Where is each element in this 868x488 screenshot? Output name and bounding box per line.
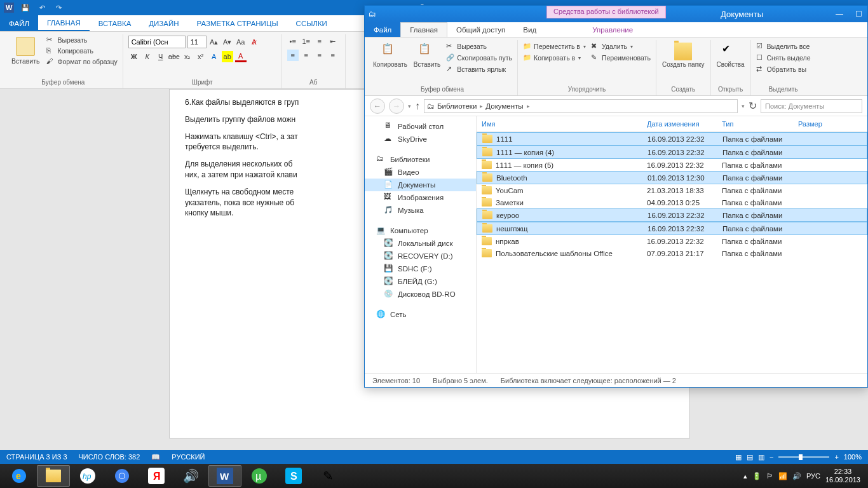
file-row[interactable]: Bluetooth01.09.2013 12:30Папка с файлами [477,171,867,184]
nav-video[interactable]: 🎬Видео [365,166,476,179]
underline-button[interactable]: Ч [155,51,166,62]
explorer-tab-share[interactable]: Общий доступ [447,22,514,37]
redo-icon[interactable]: ↷ [53,3,64,13]
tab-references[interactable]: ССЫЛКИ [287,15,336,31]
file-row[interactable]: YouCam21.03.2013 18:33Папка с файлами [477,184,867,196]
taskbar-utorrent[interactable]: µ [243,465,276,487]
nav-bdrom[interactable]: 💿Дисковод BD-RO [365,288,476,301]
nav-libraries[interactable]: 🗂Библиотеки [365,153,476,166]
search-input[interactable]: Поиск: Документы [761,99,862,113]
tab-design[interactable]: ДИЗАЙН [140,15,187,31]
align-right-button[interactable]: ≡ [314,50,325,61]
grow-font-button[interactable]: A▴ [208,36,220,48]
tab-page-layout[interactable]: РАЗМЕТКА СТРАНИЦЫ [188,15,287,31]
shrink-font-button[interactable]: A▾ [222,36,233,48]
explorer-tab-home[interactable]: Главная [400,22,447,37]
bold-button[interactable]: Ж [128,51,140,62]
copy-path-button[interactable]: 🔗Скопировать путь [445,53,513,63]
zoom-slider[interactable] [778,456,829,458]
forward-button[interactable]: → [389,98,404,114]
file-row[interactable]: 111116.09.2013 22:32Папка с файлами [477,132,867,146]
font-color-button[interactable]: A [235,51,247,62]
file-row[interactable]: нешгпжщ16.09.2013 22:32Папка с файлами [477,222,867,235]
status-proofing-icon[interactable]: 📖 [151,453,160,461]
maximize-button[interactable]: ☐ [850,8,867,20]
clear-format-button[interactable]: A̷ [248,36,260,48]
nav-documents[interactable]: 📄Документы [365,179,476,191]
taskbar-yandex[interactable]: Я [140,465,173,487]
status-word-count[interactable]: ЧИСЛО СЛОВ: 382 [79,453,140,461]
nav-desktop[interactable]: 🖥Рабочий стол [365,120,476,133]
new-folder-button[interactable]: Создать папку [660,41,707,69]
taskbar-chrome[interactable] [105,465,139,487]
tab-file[interactable]: ФАЙЛ [0,15,38,31]
taskbar-app[interactable]: ✎ [311,465,344,487]
delete-button[interactable]: ✖Удалить▾ [590,41,652,51]
explorer-tab-manage[interactable]: Управление [583,22,642,37]
superscript-button[interactable]: x² [195,51,207,62]
col-date-header[interactable]: Дата изменения [642,116,717,132]
invert-select-button[interactable]: ⇄Обратить вы [755,64,812,74]
move-to-button[interactable]: 📁Переместить в▾ [522,41,587,51]
nav-skydrive[interactable]: ☁SkyDrive [365,133,476,146]
align-center-button[interactable]: ≡ [301,50,312,61]
nav-images[interactable]: 🖼Изображения [365,191,476,204]
paste-shortcut-button[interactable]: ↗Вставить ярлык [445,64,513,74]
file-row[interactable]: 1111 — копия (4)16.09.2013 22:32Папка с … [477,146,867,159]
up-button[interactable]: ↑ [415,100,420,112]
tray-clock[interactable]: 22:33 16.09.2013 [825,468,860,484]
align-left-button[interactable]: ≡ [287,50,299,61]
tab-home[interactable]: ГЛАВНАЯ [38,15,90,31]
tray-volume-icon[interactable]: 🔊 [792,472,801,480]
explorer-titlebar[interactable]: 🗂 Средства работы с библиотекой Документ… [365,6,867,22]
paste-button[interactable]: Вставить [9,36,43,66]
minimize-button[interactable]: — [831,8,848,20]
col-type-header[interactable]: Тип [717,116,793,132]
properties-button[interactable]: ✔Свойства [715,41,747,69]
justify-button[interactable]: ≡ [327,50,339,61]
address-dropdown[interactable]: ▾ [742,103,745,109]
tray-action-center-icon[interactable]: 🏳 [766,472,773,480]
nav-music[interactable]: 🎵Музыка [365,204,476,217]
view-print-layout-icon[interactable]: ▦ [735,453,742,461]
copy-to-button[interactable]: 📁Копировать в▾ [522,53,587,63]
change-case-button[interactable]: Aa [235,36,247,48]
explorer-tab-view[interactable]: Вид [514,22,545,37]
tab-insert[interactable]: ВСТАВКА [90,15,140,31]
font-size-select[interactable] [187,36,207,48]
taskbar-audio[interactable]: 🔊 [174,465,207,487]
address-bar[interactable]: 🗂 Библиотеки Документы [424,99,738,113]
col-name-header[interactable]: Имя [477,116,642,132]
nav-network[interactable]: 🌐Сеть [365,308,476,321]
highlight-button[interactable]: ab [222,51,233,62]
taskbar-word[interactable]: W [208,465,241,487]
nav-computer[interactable]: 💻Компьютер [365,224,476,237]
tray-wifi-icon[interactable]: 📶 [778,472,787,480]
file-row[interactable]: нпркав16.09.2013 22:32Папка с файлами [477,235,867,247]
rename-button[interactable]: ✎Переименовать [590,53,652,63]
nav-sdhc[interactable]: 💾SDHC (F:) [365,262,476,275]
copy-button[interactable]: ⎘Копировать [46,46,118,55]
breadcrumb-libraries[interactable]: Библиотеки [437,102,483,110]
tray-language[interactable]: РУС [806,472,820,480]
undo-icon[interactable]: ↶ [37,3,47,13]
cut-button[interactable]: ✂Вырезать [46,36,118,44]
italic-button[interactable]: К [142,51,153,62]
view-read-mode-icon[interactable]: ▤ [747,453,753,461]
explorer-tab-file[interactable]: Файл [365,22,400,37]
taskbar-hp[interactable]: hp [71,465,104,487]
col-size-header[interactable]: Размер [793,116,837,132]
zoom-in-button[interactable]: + [834,453,838,461]
file-rows[interactable]: 111116.09.2013 22:32Папка с файлами1111 … [477,132,867,373]
zoom-level[interactable]: 100% [844,453,862,461]
font-name-select[interactable] [128,36,186,48]
view-web-layout-icon[interactable]: ▥ [758,453,764,461]
paste-button[interactable]: 📋Вставить [412,41,442,69]
status-page[interactable]: СТРАНИЦА 3 ИЗ 3 [6,453,67,461]
save-icon[interactable]: 💾 [20,3,31,13]
numbering-button[interactable]: 1≡ [301,36,312,47]
cut-button[interactable]: ✂Вырезать [445,41,513,51]
text-effects-button[interactable]: A [208,51,220,62]
breadcrumb-documents[interactable]: Документы [485,102,529,110]
nav-recovery[interactable]: 💽RECOVERY (D:) [365,250,476,262]
